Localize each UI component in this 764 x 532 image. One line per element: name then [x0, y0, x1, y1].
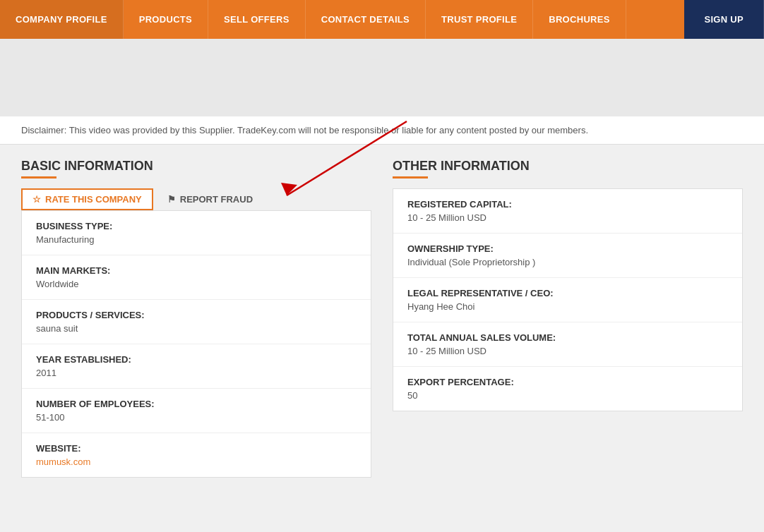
website-link[interactable]: mumusk.com: [36, 457, 357, 467]
website-row: WEBSITE: mumusk.com: [22, 433, 371, 477]
year-established-row: YEAR ESTABLISHED: 2011: [22, 344, 371, 389]
other-info-title: OTHER INFORMATION: [393, 159, 743, 174]
flag-icon: ⚑: [167, 194, 176, 205]
ownership-type-label: OWNERSHIP TYPE:: [407, 243, 728, 254]
legal-rep-label: LEGAL REPRESENTATIVE / CEO:: [407, 288, 728, 298]
annual-sales-value: 10 - 25 Million USD: [407, 346, 728, 356]
business-type-label: BUSINESS TYPE:: [36, 221, 357, 231]
year-established-label: YEAR ESTABLISHED:: [36, 354, 357, 365]
svg-marker-1: [281, 183, 297, 195]
report-btn-label: REPORT FRAUD: [180, 194, 253, 205]
export-percentage-row: EXPORT PERCENTAGE: 50: [393, 367, 742, 411]
annual-sales-label: TOTAL ANNUAL SALES VOLUME:: [407, 332, 728, 343]
disclaimer-text: Disclaimer: This video was provided by t…: [0, 116, 764, 145]
registered-capital-row: REGISTERED CAPITAL: 10 - 25 Million USD: [393, 189, 742, 234]
main-markets-row: MAIN MARKETS: Worldwide: [22, 255, 371, 300]
business-type-value: Manufacturing: [36, 234, 357, 245]
annual-sales-row: TOTAL ANNUAL SALES VOLUME: 10 - 25 Milli…: [393, 322, 742, 367]
main-markets-label: MAIN MARKETS:: [36, 265, 357, 276]
action-row: ☆ RATE THIS COMPANY ⚑ REPORT FRAUD: [21, 188, 371, 210]
two-column-layout: BASIC INFORMATION ☆ RATE THIS COMPANY ⚑ …: [21, 159, 743, 478]
ownership-type-value: Individual (Sole Proprietorship ): [407, 257, 728, 267]
basic-info-underline: [21, 176, 56, 179]
other-info-card: REGISTERED CAPITAL: 10 - 25 Million USD …: [393, 188, 743, 411]
star-icon: ☆: [32, 194, 41, 205]
basic-info-card: BUSINESS TYPE: Manufacturing MAIN MARKET…: [21, 210, 371, 478]
nav-contact-details[interactable]: CONTACT DETAILS: [306, 0, 426, 39]
nav-signup[interactable]: SIGN UP: [684, 0, 764, 39]
legal-rep-row: LEGAL REPRESENTATIVE / CEO: Hyang Hee Ch…: [393, 278, 742, 322]
basic-info-title: BASIC INFORMATION: [21, 159, 371, 174]
rate-btn-label: RATE THIS COMPANY: [45, 194, 142, 205]
employees-row: NUMBER OF EMPLOYEES: 51-100: [22, 389, 371, 433]
website-label: WEBSITE:: [36, 443, 357, 454]
nav-brochures[interactable]: BROCHURES: [533, 0, 626, 39]
nav-products[interactable]: PRODUCTS: [124, 0, 208, 39]
legal-rep-value: Hyang Hee Choi: [407, 301, 728, 312]
main-content: BASIC INFORMATION ☆ RATE THIS COMPANY ⚑ …: [0, 145, 764, 492]
registered-capital-value: 10 - 25 Million USD: [407, 212, 728, 223]
left-column: BASIC INFORMATION ☆ RATE THIS COMPANY ⚑ …: [21, 159, 371, 478]
report-fraud-button[interactable]: ⚑ REPORT FRAUD: [167, 194, 253, 205]
nav-sell-offers[interactable]: SELL OFFERS: [208, 0, 306, 39]
employees-value: 51-100: [36, 412, 357, 423]
navigation: COMPANY PROFILE PRODUCTS SELL OFFERS CON…: [0, 0, 764, 39]
products-services-label: PRODUCTS / SERVICES:: [36, 310, 357, 320]
nav-trust-profile[interactable]: TRUST PROFILE: [426, 0, 533, 39]
export-percentage-value: 50: [407, 390, 728, 401]
business-type-row: BUSINESS TYPE: Manufacturing: [22, 211, 371, 255]
products-services-row: PRODUCTS / SERVICES: sauna suit: [22, 300, 371, 344]
products-services-value: sauna suit: [36, 323, 357, 334]
rate-company-button[interactable]: ☆ RATE THIS COMPANY: [21, 188, 153, 210]
nav-company-profile[interactable]: COMPANY PROFILE: [0, 0, 124, 39]
right-column: OTHER INFORMATION REGISTERED CAPITAL: 10…: [393, 159, 743, 478]
export-percentage-label: EXPORT PERCENTAGE:: [407, 377, 728, 387]
year-established-value: 2011: [36, 368, 357, 378]
other-info-underline: [393, 176, 428, 179]
main-markets-value: Worldwide: [36, 279, 357, 289]
registered-capital-label: REGISTERED CAPITAL:: [407, 199, 728, 210]
ownership-type-row: OWNERSHIP TYPE: Individual (Sole Proprie…: [393, 234, 742, 278]
banner-area: [0, 39, 764, 116]
employees-label: NUMBER OF EMPLOYEES:: [36, 399, 357, 409]
